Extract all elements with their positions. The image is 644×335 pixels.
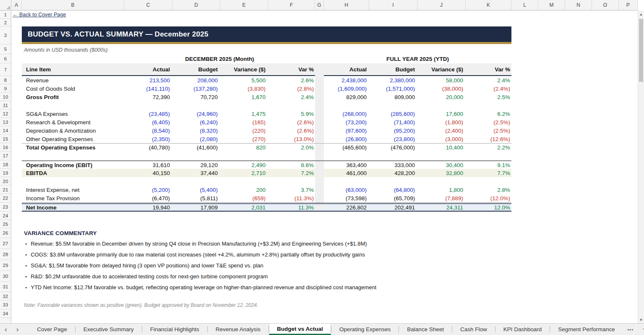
cell-value[interactable]: (8,320) — [172, 126, 220, 135]
cell-value[interactable] — [324, 177, 369, 186]
sheet-tab-kpi-dashboard[interactable]: KPI Dashboard — [495, 324, 550, 335]
cell-value[interactable]: 29,120 — [172, 161, 220, 169]
row-header-32[interactable]: 32 — [0, 292, 11, 301]
cell-value[interactable]: (3,830) — [220, 84, 268, 93]
cell-value[interactable]: 2,438,000 — [324, 76, 369, 84]
column-header-b[interactable]: B — [22, 0, 124, 10]
sheet-tab-cover-page[interactable]: Cover Page — [29, 324, 75, 335]
column-header-i[interactable]: I — [369, 0, 417, 10]
row-header-29[interactable]: 29 — [0, 260, 11, 271]
sheet-tab-budget-vs-actual[interactable]: Budget vs Actual — [269, 324, 331, 335]
cell-label[interactable] — [22, 152, 124, 160]
cell-value[interactable] — [220, 177, 268, 186]
row-header-28[interactable]: 28 — [0, 249, 11, 260]
cell-value[interactable] — [417, 101, 466, 110]
cell-value[interactable]: (13.0%) — [268, 135, 315, 143]
row-header-2[interactable]: 2 — [0, 19, 11, 26]
cell-value[interactable]: (12.6%) — [466, 135, 511, 143]
row-header-19[interactable]: 19 — [0, 169, 11, 177]
cell-value[interactable]: 2.2% — [466, 144, 511, 152]
cell-value[interactable]: (12.0%) — [466, 194, 511, 203]
cell-value[interactable]: (465,600) — [324, 144, 369, 152]
column-header-p[interactable]: P — [619, 0, 638, 10]
cell-value[interactable]: (2.6%) — [268, 118, 315, 126]
cell-label[interactable]: Gross Profit — [22, 93, 124, 101]
cell-value[interactable]: 428,200 — [369, 169, 417, 177]
cell-value[interactable]: 32,800 — [417, 169, 466, 177]
next-sheet-button[interactable]: › — [12, 324, 23, 335]
cell-value[interactable]: (24,960) — [172, 110, 220, 118]
row-header-7[interactable]: 7 — [0, 63, 11, 76]
cell-value[interactable]: (137,280) — [172, 84, 220, 93]
sheet-tab-revenue-analysis[interactable]: Revenue Analysis — [208, 324, 269, 335]
column-header-m[interactable]: M — [538, 0, 565, 10]
cell-value[interactable]: 7.2% — [268, 169, 315, 177]
cell-value[interactable]: 2.0% — [268, 144, 315, 152]
cell-value[interactable]: (38,000) — [417, 84, 466, 93]
cell-label[interactable]: Research & Development — [22, 118, 124, 126]
cell-value[interactable]: 6.2% — [466, 110, 511, 118]
cell-value[interactable]: (71,400) — [369, 118, 417, 126]
cell-value[interactable]: (73,598) — [324, 194, 369, 203]
scroll-down-icon[interactable]: ▼ — [638, 316, 644, 323]
cell-label[interactable]: EBITDA — [22, 169, 124, 177]
cell-value[interactable]: (2,080) — [172, 135, 220, 143]
row-header-5[interactable]: 5 — [0, 44, 11, 54]
row-header-18[interactable]: 18 — [0, 160, 11, 169]
cell-value[interactable]: 37,440 — [172, 169, 220, 177]
cell-value[interactable]: (5,811) — [172, 194, 220, 203]
cell-value[interactable] — [369, 177, 417, 186]
cell-value[interactable]: (1,800) — [417, 118, 466, 126]
cell-value[interactable]: 1,475 — [220, 110, 268, 118]
row-header-13[interactable]: 13 — [0, 118, 11, 126]
row-header-24[interactable]: 24 — [0, 212, 11, 220]
cell-value[interactable] — [172, 152, 220, 160]
cell-value[interactable]: (23,800) — [369, 135, 417, 143]
column-header-g[interactable]: G — [315, 0, 324, 10]
select-all-corner[interactable] — [0, 0, 11, 10]
cell-value[interactable]: 72,390 — [124, 93, 172, 101]
sheet-tab-executive-summary[interactable]: Executive Summary — [76, 324, 142, 335]
cell-value[interactable]: 19,940 — [124, 204, 172, 211]
sheet-tab-operating-expenses[interactable]: Operating Expenses — [331, 324, 399, 335]
cell-value[interactable] — [268, 101, 315, 110]
cell-label[interactable]: SG&A Expenses — [22, 110, 124, 118]
cell-value[interactable] — [466, 101, 511, 110]
cell-value[interactable]: (23,485) — [124, 110, 172, 118]
cell-value[interactable]: 208,000 — [172, 76, 220, 84]
cell-value[interactable]: 24,311 — [417, 204, 466, 211]
cell-value[interactable]: 213,500 — [124, 76, 172, 84]
cell-value[interactable]: (270) — [220, 135, 268, 143]
cell-label[interactable]: Other Operating Expenses — [22, 135, 124, 143]
cell-value[interactable]: (41,600) — [172, 144, 220, 152]
cell-value[interactable]: 1,670 — [220, 93, 268, 101]
cell-value[interactable]: 2.4% — [268, 93, 315, 101]
cell-value[interactable]: (2,400) — [417, 126, 466, 135]
cell-value[interactable]: (2.8%) — [268, 84, 315, 93]
cell-value[interactable]: 809,000 — [369, 93, 417, 101]
cell-value[interactable]: (476,000) — [369, 144, 417, 152]
cell-value[interactable] — [172, 177, 220, 186]
scroll-up-icon[interactable]: ▲ — [638, 10, 644, 18]
cell-value[interactable]: (285,600) — [369, 110, 417, 118]
sheet-tab-cash-flow[interactable]: Cash Flow — [452, 324, 495, 335]
cell-value[interactable]: 12.0% — [466, 204, 511, 211]
cell-value[interactable] — [124, 101, 172, 110]
column-header-d[interactable]: D — [172, 0, 220, 10]
column-header-n[interactable]: N — [565, 0, 592, 10]
cell-value[interactable]: (73,200) — [324, 118, 369, 126]
cell-value[interactable]: (97,600) — [324, 126, 369, 135]
cell-value[interactable]: 10,400 — [417, 144, 466, 152]
row-header-1[interactable]: 1 — [0, 10, 11, 19]
cell-value[interactable]: (5,200) — [124, 186, 172, 194]
cell-value[interactable] — [220, 152, 268, 160]
cell-value[interactable] — [220, 101, 268, 110]
column-header-a[interactable]: A — [11, 0, 22, 10]
row-header-9[interactable]: 9 — [0, 84, 11, 93]
cell-value[interactable]: 2.4% — [466, 76, 511, 84]
column-header-j[interactable]: J — [417, 0, 466, 10]
row-header-30[interactable]: 30 — [0, 271, 11, 282]
cell-value[interactable]: 200 — [220, 186, 268, 194]
cell-value[interactable]: 5.9% — [268, 110, 315, 118]
column-header-k[interactable]: K — [466, 0, 511, 10]
